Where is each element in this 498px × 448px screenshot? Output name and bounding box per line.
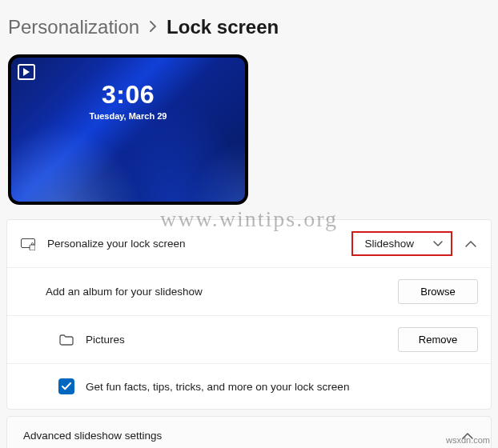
- advanced-label: Advanced slideshow settings: [23, 430, 162, 442]
- personalize-card: Personalize your lock screen Slideshow A…: [6, 219, 492, 410]
- lockscreen-icon: [20, 238, 36, 250]
- browse-button[interactable]: Browse: [398, 279, 478, 304]
- album-label: Add an album for your slideshow: [46, 286, 387, 298]
- preview-date: Tuesday, March 29: [11, 111, 245, 121]
- dropdown-value: Slideshow: [364, 238, 414, 250]
- breadcrumb-parent[interactable]: Personalization: [8, 16, 139, 38]
- album-row: Add an album for your slideshow Browse: [7, 268, 491, 316]
- breadcrumb: Personalization Lock screen: [0, 0, 498, 51]
- preview-time: 3:06: [11, 80, 245, 110]
- advanced-settings-row[interactable]: Advanced slideshow settings: [6, 416, 492, 448]
- page-title: Lock screen: [167, 16, 279, 38]
- chevron-right-icon: [149, 19, 157, 36]
- pictures-row: Pictures Remove: [7, 316, 491, 364]
- personalize-label: Personalize your lock screen: [47, 238, 340, 250]
- svg-rect-1: [30, 245, 35, 250]
- credit: wsxdn.com: [446, 435, 490, 445]
- preview-clock: 3:06 Tuesday, March 29: [11, 80, 245, 121]
- funfacts-label: Get fun facts, tips, tricks, and more on…: [86, 381, 478, 393]
- personalize-dropdown[interactable]: Slideshow: [351, 231, 452, 256]
- pictures-label: Pictures: [86, 334, 387, 346]
- personalize-row: Personalize your lock screen Slideshow: [7, 220, 491, 268]
- play-icon: [18, 64, 35, 80]
- funfacts-checkbox[interactable]: [58, 378, 74, 394]
- funfacts-row: Get fun facts, tips, tricks, and more on…: [7, 364, 491, 409]
- folder-icon: [58, 334, 74, 346]
- chevron-down-icon: [433, 238, 443, 250]
- remove-button[interactable]: Remove: [398, 327, 478, 352]
- collapse-button[interactable]: [464, 240, 478, 247]
- lockscreen-preview[interactable]: 3:06 Tuesday, March 29: [8, 54, 248, 205]
